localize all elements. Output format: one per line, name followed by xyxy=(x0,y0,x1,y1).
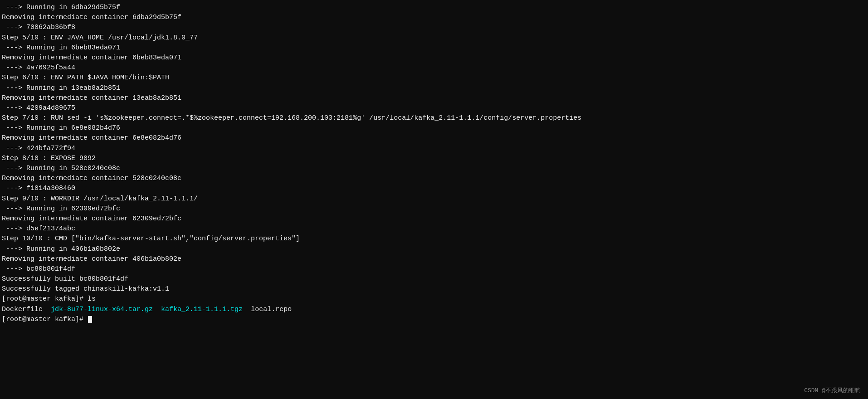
terminal-line: ---> 4209a4d89675 xyxy=(2,103,866,113)
terminal-line: ---> Running in 6e8e082b4d76 xyxy=(2,123,866,133)
terminal-line: Removing intermediate container 62309ed7… xyxy=(2,214,866,224)
terminal-line: ---> 424bfa772f94 xyxy=(2,144,866,154)
terminal-line: Step 8/10 : EXPOSE 9092 xyxy=(2,154,866,164)
ls-item-repo: local.repo xyxy=(251,306,292,313)
terminal-line: ---> Running in 528e0240c08c xyxy=(2,164,866,174)
terminal-line: Step 7/10 : RUN sed -i 's%zookeeper.conn… xyxy=(2,113,866,123)
terminal-line: Successfully tagged chinaskill-kafka:v1.… xyxy=(2,284,866,294)
cursor xyxy=(88,316,92,323)
terminal-line: Removing intermediate container 13eab8a2… xyxy=(2,93,866,103)
terminal-line: Step 9/10 : WORKDIR /usr/local/kafka_2.1… xyxy=(2,194,866,204)
terminal-line: ---> Running in 6dba29d5b75f xyxy=(2,3,866,13)
terminal-line: ---> 70062ab36bf8 xyxy=(2,23,866,33)
terminal-line: Removing intermediate container 6e8e082b… xyxy=(2,133,866,143)
terminal-line: Successfully built bc80b801f4df xyxy=(2,274,866,284)
terminal-line: Removing intermediate container 406b1a0b… xyxy=(2,254,866,264)
terminal-line: ---> Running in 406b1a0b802e xyxy=(2,244,866,254)
ls-item-dockerfile: Dockerfile xyxy=(2,306,43,313)
terminal-line: Removing intermediate container 6dba29d5… xyxy=(2,13,866,23)
terminal-line: ---> Running in 6beb83eda071 xyxy=(2,43,866,53)
terminal-line: ---> bc80b801f4df xyxy=(2,264,866,274)
terminal-line: Removing intermediate container 528e0240… xyxy=(2,174,866,184)
terminal-line: Step 5/10 : ENV JAVA_HOME /usr/local/jdk… xyxy=(2,33,866,43)
terminal: ---> Running in 6dba29d5b75f Removing in… xyxy=(0,0,868,399)
terminal-line: ---> f1014a308460 xyxy=(2,184,866,194)
terminal-line: Step 10/10 : CMD ["bin/kafka-server-star… xyxy=(2,234,866,244)
watermark: CSDN @不跟风的细狗 xyxy=(804,386,861,394)
ls-item-jdk: jdk-8u77-linux-x64.tar.gz xyxy=(43,306,153,313)
terminal-line: ---> Running in 13eab8a2b851 xyxy=(2,83,866,93)
terminal-line: [root@master kafka]# ls xyxy=(2,294,866,304)
terminal-line: Step 6/10 : ENV PATH $JAVA_HOME/bin:$PAT… xyxy=(2,73,866,83)
terminal-line: ---> d5ef21374abc xyxy=(2,224,866,234)
prompt-line[interactable]: [root@master kafka]# xyxy=(2,315,866,325)
terminal-line: ---> 4a76925f5a44 xyxy=(2,63,866,73)
ls-item-kafka: kafka_2.11-1.1.1.tgz xyxy=(153,306,243,313)
terminal-line: ---> Running in 62309ed72bfc xyxy=(2,204,866,214)
terminal-line: Removing intermediate container 6beb83ed… xyxy=(2,53,866,63)
ls-output-line: Dockerfile jdk-8u77-linux-x64.tar.gz kaf… xyxy=(2,305,866,315)
